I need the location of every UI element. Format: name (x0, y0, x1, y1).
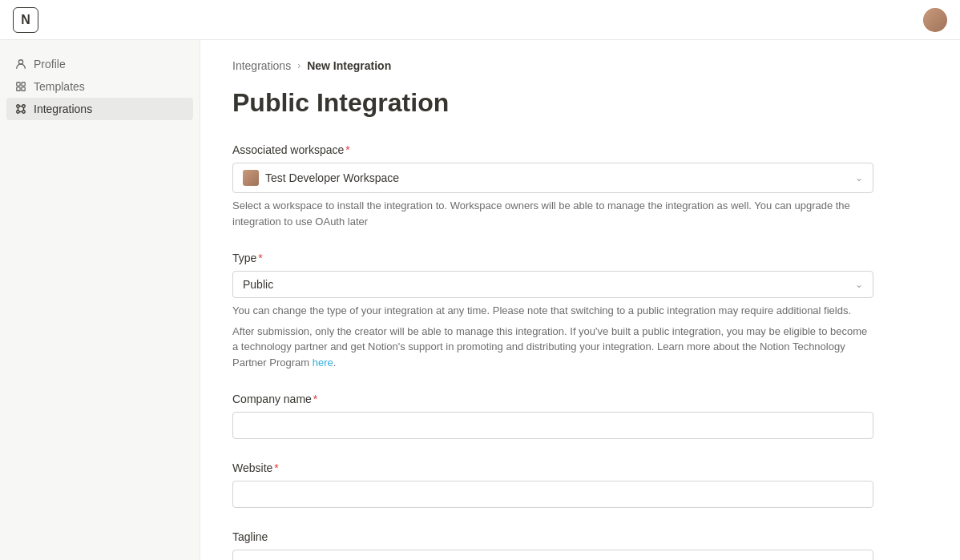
page-title: Public Integration (232, 88, 928, 118)
svg-point-5 (17, 105, 20, 108)
sidebar-label-profile: Profile (34, 58, 66, 71)
type-hint1: You can change the type of your integrat… (232, 303, 873, 319)
person-icon (14, 58, 27, 71)
company-name-label: Company name * (232, 393, 873, 405)
svg-rect-1 (17, 83, 20, 86)
svg-rect-2 (17, 87, 20, 91)
user-avatar[interactable] (923, 8, 947, 32)
workspace-select-inner: Test Developer Workspace (243, 170, 399, 186)
workspace-select[interactable]: Test Developer Workspace ⌄ (232, 163, 873, 193)
svg-point-6 (22, 105, 26, 108)
sidebar-label-templates: Templates (34, 80, 85, 93)
breadcrumb-current: New Integration (307, 59, 391, 72)
chevron-down-icon: ⌄ (855, 172, 863, 183)
svg-point-8 (22, 111, 26, 114)
svg-rect-4 (22, 87, 25, 91)
required-star-website: * (274, 461, 278, 474)
breadcrumb-separator: › (297, 60, 301, 71)
svg-rect-3 (22, 83, 25, 86)
workspace-hint: Select a workspace to install the integr… (232, 198, 873, 229)
tagline-section: Tagline (232, 530, 873, 560)
required-star-company: * (313, 393, 317, 405)
topbar: N (0, 0, 960, 40)
company-name-input[interactable] (232, 412, 873, 439)
sidebar: Profile Templates (0, 40, 200, 560)
partner-program-link[interactable]: here (313, 357, 333, 369)
type-select[interactable]: Public ⌄ (232, 271, 873, 298)
sidebar-item-integrations[interactable]: Integrations (6, 98, 193, 120)
main-content: Integrations › New Integration Public In… (200, 40, 960, 560)
tagline-label: Tagline (232, 530, 873, 543)
workspace-icon (243, 170, 259, 186)
sidebar-label-integrations: Integrations (34, 103, 92, 115)
type-select-inner: Public (243, 278, 273, 291)
sidebar-item-templates[interactable]: Templates (6, 75, 193, 98)
svg-point-7 (17, 111, 20, 114)
sidebar-item-profile[interactable]: Profile (6, 53, 193, 75)
type-label: Type * (232, 252, 873, 264)
tagline-input[interactable] (232, 550, 873, 560)
required-star-type: * (258, 252, 262, 264)
chevron-down-icon-type: ⌄ (855, 279, 863, 290)
associated-workspace-section: Associated workspace * Test Developer Wo… (232, 143, 873, 229)
associated-workspace-label: Associated workspace * (232, 143, 873, 156)
avatar-image (923, 8, 947, 32)
type-section: Type * Public ⌄ You can change the type … (232, 252, 873, 370)
breadcrumb-parent[interactable]: Integrations (232, 59, 291, 72)
breadcrumb: Integrations › New Integration (232, 59, 928, 72)
svg-point-0 (18, 60, 22, 64)
workspace-value: Test Developer Workspace (265, 171, 399, 184)
company-name-section: Company name * (232, 393, 873, 439)
type-value: Public (243, 278, 273, 291)
notion-logo[interactable]: N (13, 7, 38, 33)
website-section: Website * (232, 461, 873, 508)
website-input[interactable] (232, 481, 873, 508)
website-label: Website * (232, 461, 873, 474)
template-icon (14, 80, 27, 93)
type-hint2: After submission, only the creator will … (232, 324, 873, 371)
layout: Profile Templates (0, 40, 960, 560)
required-star-workspace: * (345, 143, 349, 156)
integration-icon (14, 103, 27, 115)
